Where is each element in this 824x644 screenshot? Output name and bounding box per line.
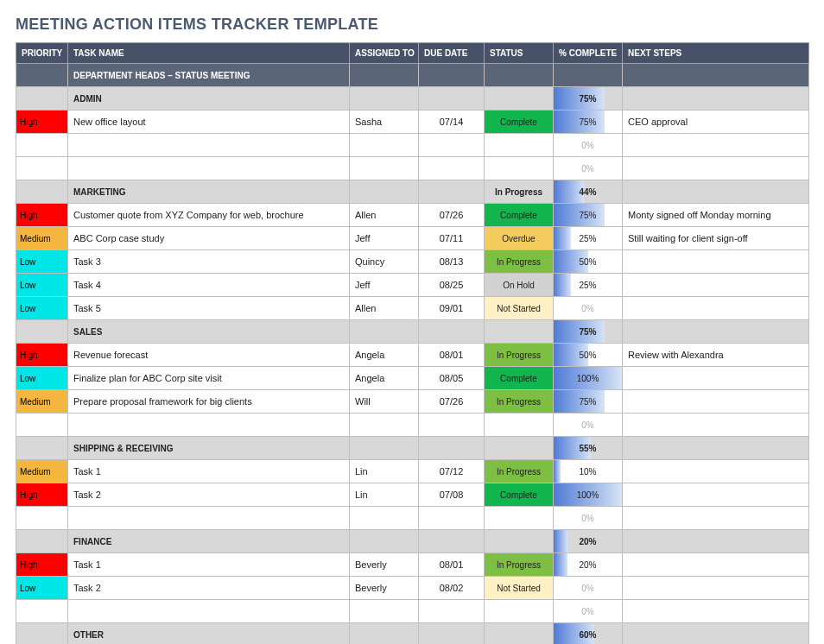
assigned-cell: Jeff <box>350 274 419 297</box>
priority-cell: Low <box>16 577 68 600</box>
pct-cell: 0% <box>554 297 623 320</box>
group-status: In Progress <box>485 180 554 204</box>
pct-cell: 50% <box>554 250 623 274</box>
pct-cell: 25% <box>554 274 623 297</box>
table-row: MediumTask 1Lin07/12In Progress10% <box>16 460 809 483</box>
assigned-cell: Beverly <box>350 577 419 600</box>
pct-cell: 75% <box>554 110 623 134</box>
due-cell: 07/08 <box>419 483 485 507</box>
table-row: 0% <box>16 414 809 437</box>
task-cell: Task 2 <box>68 483 350 507</box>
status-cell: Not Started <box>485 577 554 600</box>
task-cell: Prepare proposal framework for big clien… <box>68 390 350 414</box>
pct-cell: 75% <box>554 87 623 110</box>
task-cell: New office layout <box>68 110 350 134</box>
due-cell <box>419 414 485 437</box>
status-cell <box>485 414 554 437</box>
status-cell: On Hold <box>485 274 554 297</box>
next-cell <box>623 297 809 320</box>
task-cell: Task 2 <box>68 577 350 600</box>
status-cell: In Progress <box>485 250 554 274</box>
next-cell <box>623 553 809 577</box>
group-name: OTHER <box>68 623 350 645</box>
due-cell: 07/26 <box>419 204 485 227</box>
task-cell: Task 4 <box>68 274 350 297</box>
status-cell: Not Started <box>485 297 554 320</box>
pct-cell: 0% <box>554 134 623 157</box>
page-title: MEETING ACTION ITEMS TRACKER TEMPLATE <box>16 16 808 34</box>
next-cell <box>623 250 809 274</box>
due-cell: 07/12 <box>419 460 485 483</box>
due-cell <box>419 600 485 623</box>
group-name: SHIPPING & RECEIVING <box>68 437 350 460</box>
pct-cell: 0% <box>554 507 623 530</box>
header-task: TASK NAME <box>68 43 350 64</box>
group-name: FINANCE <box>68 530 350 553</box>
due-cell: 07/11 <box>419 227 485 250</box>
group-status <box>485 623 554 645</box>
pct-cell: 100% <box>554 483 623 507</box>
header-complete: % COMPLETE <box>554 43 623 64</box>
priority-cell: High <box>16 553 68 577</box>
due-cell: 08/25 <box>419 274 485 297</box>
assigned-cell: Quincy <box>350 250 419 274</box>
task-cell: Task 5 <box>68 297 350 320</box>
status-cell <box>485 507 554 530</box>
pct-cell: 75% <box>554 320 623 344</box>
assigned-cell <box>350 507 419 530</box>
assigned-cell <box>350 600 419 623</box>
header-due: DUE DATE <box>419 43 485 64</box>
status-cell: Complete <box>485 367 554 390</box>
assigned-cell: Angela <box>350 367 419 390</box>
status-cell <box>485 157 554 180</box>
pct-cell: 20% <box>554 530 623 553</box>
pct-cell: 100% <box>554 367 623 390</box>
due-cell: 08/02 <box>419 577 485 600</box>
assigned-cell: Beverly <box>350 553 419 577</box>
task-cell <box>68 414 350 437</box>
due-cell: 07/14 <box>419 110 485 134</box>
group-status <box>485 437 554 460</box>
next-cell <box>623 507 809 530</box>
task-cell <box>68 600 350 623</box>
pct-cell: 10% <box>554 460 623 483</box>
next-cell <box>623 460 809 483</box>
group-row: ADMIN75% <box>16 87 809 110</box>
task-cell: Task 1 <box>68 460 350 483</box>
group-row: MARKETINGIn Progress44% <box>16 180 809 204</box>
next-cell <box>623 134 809 157</box>
status-cell: Complete <box>485 204 554 227</box>
pct-cell: 0% <box>554 577 623 600</box>
header-row: PRIORITY TASK NAME ASSIGNED TO DUE DATE … <box>16 43 809 64</box>
group-status <box>485 320 554 344</box>
next-cell <box>623 274 809 297</box>
assigned-cell: Lin <box>350 483 419 507</box>
task-cell <box>68 134 350 157</box>
table-row: 0% <box>16 157 809 180</box>
status-cell <box>485 600 554 623</box>
assigned-cell <box>350 134 419 157</box>
group-name: MARKETING <box>68 180 350 204</box>
priority-cell: High <box>16 344 68 367</box>
table-row: MediumPrepare proposal framework for big… <box>16 390 809 414</box>
table-row: HighRevenue forecastAngela08/01In Progre… <box>16 344 809 367</box>
next-cell: CEO approval <box>623 110 809 134</box>
priority-cell: Low <box>16 250 68 274</box>
table-row: LowFinalize plan for ABC Corp site visit… <box>16 367 809 390</box>
table-row: HighTask 1Beverly08/01In Progress20% <box>16 553 809 577</box>
table-row: HighNew office layoutSasha07/14Complete7… <box>16 110 809 134</box>
task-cell: Customer quote from XYZ Company for web,… <box>68 204 350 227</box>
status-cell: In Progress <box>485 553 554 577</box>
status-cell: Complete <box>485 110 554 134</box>
table-row: LowTask 2Beverly08/02Not Started0% <box>16 577 809 600</box>
due-cell <box>419 134 485 157</box>
table-row: LowTask 5Allen09/01Not Started0% <box>16 297 809 320</box>
priority-cell <box>16 507 68 530</box>
priority-cell: High <box>16 110 68 134</box>
table-row: 0% <box>16 600 809 623</box>
pct-cell: 75% <box>554 390 623 414</box>
next-cell: Review with Alexandra <box>623 344 809 367</box>
table-row: HighCustomer quote from XYZ Company for … <box>16 204 809 227</box>
table-row: 0% <box>16 134 809 157</box>
status-cell: In Progress <box>485 390 554 414</box>
